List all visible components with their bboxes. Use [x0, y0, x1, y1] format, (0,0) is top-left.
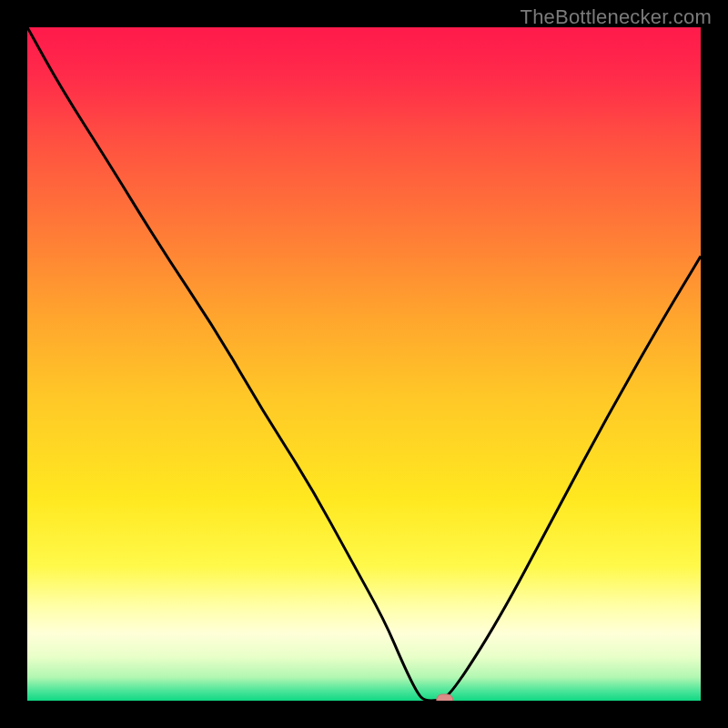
bottleneck-curve: [27, 27, 701, 701]
source-attribution: TheBottlenecker.com: [521, 5, 712, 29]
curve-layer: [27, 27, 701, 701]
plot-area: [27, 27, 701, 701]
chart-frame: TheBottlenecker.com: [0, 0, 728, 728]
optimal-point-marker: [437, 694, 453, 701]
